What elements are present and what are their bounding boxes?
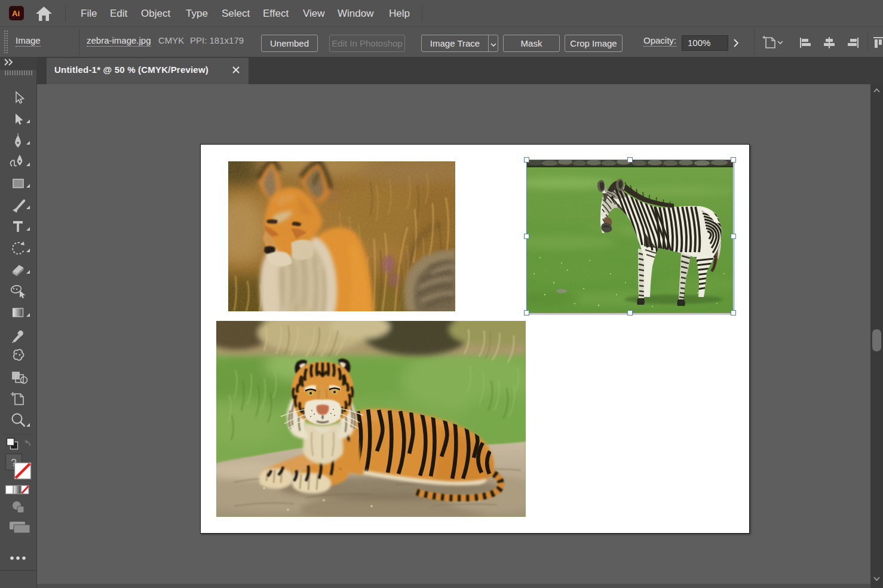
svg-text:Ai: Ai [12,9,20,18]
